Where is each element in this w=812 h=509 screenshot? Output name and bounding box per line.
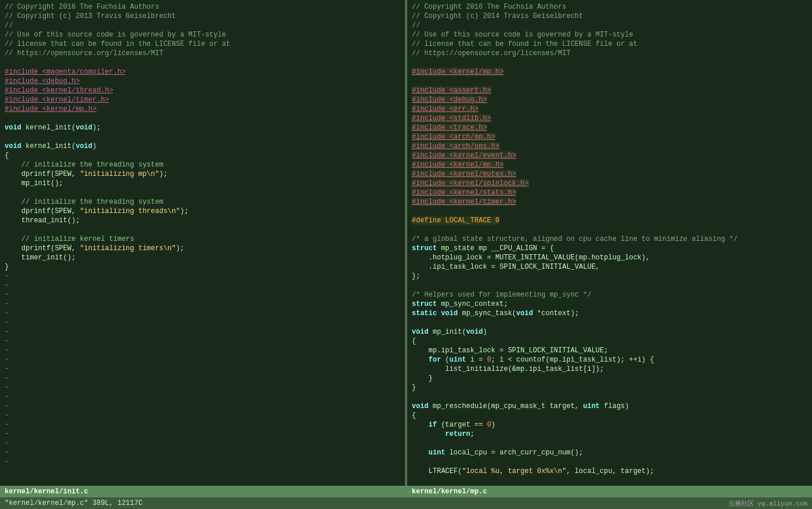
left-pane: // Copyright 2016 The Fuchsia Authors// …	[0, 0, 406, 486]
code-line: {	[5, 151, 400, 160]
code-line: void kernel_init(void)	[5, 142, 400, 151]
code-line: ~	[5, 290, 400, 299]
code-line: ~	[5, 411, 400, 420]
left-code-area: // Copyright 2016 The Fuchsia Authors// …	[5, 2, 400, 467]
code-line: ~	[5, 402, 400, 411]
code-line: // Copyright 2016 The Fuchsia Authors	[5, 2, 400, 12]
code-line: list_initialize(&mp.ipi_task_list[i]);	[412, 364, 807, 374]
code-line: }	[412, 383, 807, 392]
code-line: .ipi_task_lock = SPIN_LOCK_INITIAL_VALUE…	[412, 262, 807, 272]
code-line: for (uint i = 0; i < countof(mp.ipi_task…	[412, 355, 807, 364]
code-line: void kernel_init(void);	[5, 123, 400, 132]
code-line: /* a global state structure, aligned on …	[412, 234, 807, 244]
code-line: #include <trace.h>	[412, 123, 807, 132]
code-line: ~	[5, 392, 400, 402]
code-line: LTRACEF("local %u, target 0x%x\n", local…	[412, 467, 807, 476]
code-line: mp.ipi_task_lock = SPIN_LOCK_INITIAL_VAL…	[412, 346, 807, 355]
code-line: mp_init();	[5, 179, 400, 188]
code-line: ~	[5, 318, 400, 327]
bottom-bar: "kernel/kernel/mp.c" 389L, 12117C 云栖社区 y…	[0, 497, 812, 509]
code-line: struct mp_sync_context;	[412, 299, 807, 309]
code-line	[412, 392, 807, 402]
code-line	[412, 439, 807, 448]
right-status: kernel/kernel/mp.c	[412, 488, 807, 496]
code-line: #include <stdlib.h>	[412, 114, 807, 123]
code-line: dprintf(SPEW, "initializing threads\n");	[5, 207, 400, 216]
code-line: ~	[5, 420, 400, 429]
code-line: dprintf(SPEW, "initializing timers\n");	[5, 244, 400, 253]
code-line: #include <debug.h>	[412, 95, 807, 104]
code-line: ~	[5, 457, 400, 467]
code-line: void mp_reschedule(mp_cpu_mask_t target,…	[412, 402, 807, 411]
code-line: #include <kernel/thread.h>	[5, 86, 400, 95]
code-line: #include <kernel/timer.h>	[5, 95, 400, 104]
watermark: 云栖社区 yq.aliyun.com	[728, 499, 807, 508]
code-line: // initialize the threading system	[5, 197, 400, 207]
code-line: #include <kernel/event.h>	[412, 151, 807, 160]
code-line: // license that can be found in the LICE…	[5, 39, 400, 49]
code-line	[412, 77, 807, 86]
code-line: dprintf(SPEW, "initializing mp\n");	[5, 169, 400, 179]
code-line: ~	[5, 383, 400, 392]
code-line: // https://opensource.org/licenses/MIT	[5, 49, 400, 58]
code-line	[5, 132, 400, 142]
code-line: {	[412, 411, 807, 420]
code-line: #include <kernel/mp.h>	[5, 104, 400, 114]
right-code-area: // Copyright 2016 The Fuchsia Authors// …	[412, 2, 807, 486]
code-line: return;	[412, 429, 807, 439]
code-line: thread_init();	[5, 216, 400, 225]
code-line: #include <kernel/timer.h>	[412, 197, 807, 207]
code-line: {	[412, 337, 807, 346]
right-pane: // Copyright 2016 The Fuchsia Authors// …	[407, 0, 812, 486]
code-line: .hotplug_lock = MUTEX_INITIAL_VALUE(mp.h…	[412, 253, 807, 262]
code-line: ~	[5, 337, 400, 346]
code-line	[5, 188, 400, 197]
code-line: // Copyright 2016 The Fuchsia Authors	[412, 2, 807, 12]
code-line: ~	[5, 309, 400, 318]
code-line: ~	[5, 272, 400, 281]
code-line: #include <debug.h>	[5, 77, 400, 86]
code-line	[412, 318, 807, 327]
code-line: /* Helpers used for implementing mp_sync…	[412, 290, 807, 299]
code-line: // Copyright (c) 2014 Travis Geiselbrech…	[412, 12, 807, 21]
status-bar: kernel/kernel/init.c kernel/kernel/mp.c	[0, 486, 812, 497]
code-line: if (target == 0)	[412, 420, 807, 429]
code-line: // license that can be found in the LICE…	[412, 39, 807, 49]
code-line: static void mp_sync_task(void *context);	[412, 309, 807, 318]
code-line	[5, 225, 400, 234]
code-line	[5, 114, 400, 123]
left-status: kernel/kernel/init.c	[5, 488, 400, 496]
code-line: #include <assert.h>	[412, 86, 807, 95]
code-line: #include <kernel/mutex.h>	[412, 169, 807, 179]
code-line: // https://opensource.org/licenses/MIT	[412, 49, 807, 58]
code-line: }	[412, 374, 807, 383]
code-line: // initialize kernel timers	[5, 234, 400, 244]
code-line: ~	[5, 299, 400, 309]
code-line: ~	[5, 346, 400, 355]
code-line: ~	[5, 374, 400, 383]
code-line: timer_init();	[5, 253, 400, 262]
code-line	[412, 58, 807, 67]
code-line: #include <magenta/compiler.h>	[5, 67, 400, 77]
code-line: #include <kernel/mp.h>	[412, 160, 807, 169]
code-line: ~	[5, 281, 400, 290]
editor-container: // Copyright 2016 The Fuchsia Authors// …	[0, 0, 812, 486]
code-line: struct mp_state mp __CPU_ALIGN = {	[412, 244, 807, 253]
code-line: // Use of this source code is governed b…	[412, 30, 807, 39]
code-line: ~	[5, 448, 400, 457]
code-line: #include <kernel/mp.h>	[412, 67, 807, 77]
code-line	[412, 207, 807, 216]
code-line	[412, 281, 807, 290]
code-line: #define LOCAL_TRACE 0	[412, 216, 807, 225]
code-line	[5, 58, 400, 67]
code-line: #include <err.h>	[412, 104, 807, 114]
bottom-info: "kernel/kernel/mp.c" 389L, 12117C	[5, 499, 728, 507]
code-line: #include <arch/mp.h>	[412, 132, 807, 142]
code-line: // Copyright (c) 2013 Travis Geiselbrech…	[5, 12, 400, 21]
code-line	[412, 457, 807, 467]
code-line: // Use of this source code is governed b…	[5, 30, 400, 39]
code-line: }	[5, 262, 400, 272]
code-line: //	[412, 21, 807, 30]
code-line: uint local_cpu = arch_curr_cpu_num();	[412, 448, 807, 457]
code-line: };	[412, 272, 807, 281]
